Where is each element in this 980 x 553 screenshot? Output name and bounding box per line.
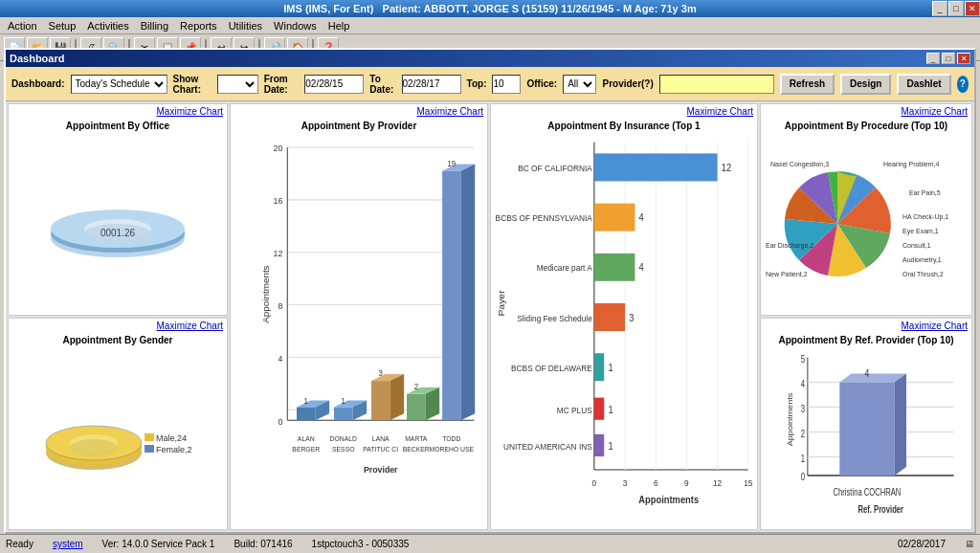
show-chart-select[interactable] [217, 75, 257, 94]
menu-billing[interactable]: Billing [135, 19, 174, 33]
office-maximize-link[interactable]: Maximize Chart [9, 104, 227, 119]
svg-rect-13 [145, 445, 154, 453]
svg-text:4: 4 [639, 262, 645, 274]
menu-windows[interactable]: Windows [268, 19, 323, 33]
svg-text:Medicare part A: Medicare part A [537, 263, 592, 274]
dash-close-btn[interactable]: ✕ [957, 53, 970, 64]
menu-activities[interactable]: Activities [81, 19, 134, 33]
svg-text:0001.26: 0001.26 [100, 228, 136, 238]
svg-text:Hearing Problem,4: Hearing Problem,4 [883, 161, 939, 168]
provider-input[interactable] [659, 75, 774, 94]
svg-text:BC OF CALIFORNIA: BC OF CALIFORNIA [518, 164, 592, 174]
status-ready: Ready [6, 539, 33, 549]
svg-text:2: 2 [801, 429, 805, 439]
svg-text:Male,24: Male,24 [156, 433, 187, 443]
office-select[interactable]: All [563, 75, 596, 94]
insurance-chart-title: Appointment By Insurance (Top 1 [491, 119, 757, 133]
svg-text:16: 16 [274, 196, 283, 207]
svg-text:4: 4 [639, 212, 645, 224]
office-chart-panel: Maximize Chart Appointment By Office [8, 103, 228, 316]
ref-provider-chart-title: Appointment By Ref. Provider (Top 10) [761, 333, 971, 347]
insurance-chart-area: 0 3 6 9 12 15 12 [491, 133, 757, 529]
svg-text:0: 0 [801, 472, 805, 482]
status-system[interactable]: system [53, 539, 83, 549]
svg-text:TODD: TODD [442, 434, 460, 444]
provider-maximize-link[interactable]: Maximize Chart [231, 104, 487, 119]
office-chart-area: 0001.26 [9, 133, 227, 315]
provider-chart-panel: Maximize Chart Appointment By Provider [230, 103, 488, 530]
dashboard-select-label: Dashboard: [11, 78, 65, 89]
svg-point-10 [70, 439, 118, 456]
menu-help[interactable]: Help [323, 19, 356, 33]
svg-text:Nasel Congestion,3: Nasel Congestion,3 [770, 161, 829, 168]
svg-rect-32 [297, 408, 316, 421]
svg-text:1: 1 [342, 395, 346, 406]
status-date: 02/28/2017 [898, 539, 946, 549]
svg-text:0: 0 [592, 478, 597, 489]
svg-text:2: 2 [414, 382, 419, 392]
svg-text:1: 1 [801, 453, 805, 464]
svg-rect-38 [334, 408, 353, 421]
dashlet-button[interactable]: Dashlet [897, 74, 950, 95]
provider-label: Provider(?) [602, 78, 653, 89]
menu-action[interactable]: Action [2, 19, 43, 33]
svg-rect-85 [594, 303, 625, 331]
svg-text:MC PLUS: MC PLUS [557, 405, 592, 415]
procedure-pie-svg: Hearing Problem,4 Ear Pain,5 Nasel Conge… [761, 147, 971, 300]
dashboard-select[interactable]: Today's Schedule [71, 75, 167, 94]
from-date-input[interactable] [304, 75, 364, 94]
svg-text:19: 19 [448, 158, 457, 168]
svg-text:3: 3 [801, 404, 805, 414]
svg-text:Appointments: Appointments [261, 265, 270, 323]
svg-text:4: 4 [865, 367, 870, 380]
svg-text:MOREHO USE: MOREHO USE [430, 445, 475, 454]
svg-text:12: 12 [713, 478, 722, 489]
svg-text:UNITED AMERICAN INS: UNITED AMERICAN INS [503, 442, 592, 453]
svg-text:1: 1 [608, 362, 613, 373]
svg-rect-122 [839, 383, 894, 476]
gender-maximize-link[interactable]: Maximize Chart [9, 319, 227, 333]
svg-text:Appointments: Appointments [787, 393, 794, 447]
svg-text:Ref. Provider: Ref. Provider [858, 504, 904, 515]
svg-text:4: 4 [278, 353, 282, 364]
gender-chart-panel: Maximize Chart Appointment By Gender [8, 318, 228, 530]
gender-chart-svg: Male,24 Female,2 [22, 395, 213, 481]
dash-minimize-btn[interactable]: _ [926, 53, 940, 64]
insurance-chart-panel: Maximize Chart Appointment By Insurance … [490, 103, 758, 530]
to-date-input[interactable] [402, 75, 461, 94]
svg-text:1: 1 [608, 404, 613, 415]
provider-chart-svg: 20 16 12 8 4 0 Appointments [259, 137, 483, 525]
charts-area: Maximize Chart Appointment By Office [6, 101, 974, 532]
insurance-maximize-link[interactable]: Maximize Chart [491, 104, 757, 119]
svg-text:Consult,1: Consult,1 [902, 242, 931, 249]
svg-text:3: 3 [379, 368, 384, 379]
svg-text:12: 12 [722, 162, 731, 173]
minimize-btn[interactable]: _ [932, 1, 947, 16]
maximize-btn[interactable]: □ [948, 1, 964, 16]
dash-maximize-btn[interactable]: □ [942, 53, 955, 64]
top-input[interactable] [492, 75, 521, 94]
svg-text:HA Check-Up,1: HA Check-Up,1 [902, 213, 948, 221]
design-button[interactable]: Design [840, 74, 891, 95]
procedure-chart-area: Hearing Problem,4 Ear Pain,5 Nasel Conge… [761, 133, 971, 315]
ref-provider-maximize-link[interactable]: Maximize Chart [761, 319, 971, 333]
close-btn[interactable]: ✕ [965, 1, 980, 16]
svg-text:20: 20 [274, 144, 283, 154]
menu-reports[interactable]: Reports [174, 19, 223, 33]
status-build: Build: 071416 [234, 539, 292, 549]
svg-rect-50 [407, 394, 426, 420]
ref-provider-chart-panel: Maximize Chart Appointment By Ref. Provi… [760, 318, 972, 530]
svg-rect-79 [594, 204, 635, 232]
refresh-button[interactable]: Refresh [780, 74, 835, 95]
help-button[interactable]: ? [957, 76, 969, 93]
gender-chart-area: Male,24 Female,2 [9, 347, 227, 529]
svg-text:Oral Thrush,2: Oral Thrush,2 [902, 271, 944, 277]
procedure-maximize-link[interactable]: Maximize Chart [761, 104, 971, 119]
menu-setup[interactable]: Setup [43, 19, 82, 33]
svg-text:LANA: LANA [372, 434, 390, 444]
svg-text:MARTA: MARTA [405, 434, 427, 444]
svg-text:4: 4 [801, 379, 805, 389]
menu-utilities[interactable]: Utilities [223, 19, 268, 33]
provider-chart-title: Appointment By Provider [231, 119, 487, 133]
insurance-chart-svg: 0 3 6 9 12 15 12 [495, 137, 753, 525]
